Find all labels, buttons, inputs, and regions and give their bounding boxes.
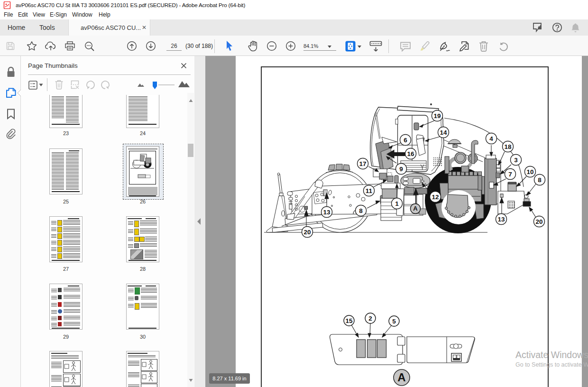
svg-text:18: 18 (504, 143, 512, 150)
svg-text:3: 3 (514, 157, 518, 164)
svg-text:8: 8 (538, 176, 542, 184)
svg-text:14: 14 (440, 129, 447, 136)
svg-text:13: 13 (323, 209, 331, 216)
svg-text:8: 8 (359, 207, 363, 214)
svg-text:A: A (413, 205, 418, 212)
svg-text:6: 6 (404, 137, 407, 144)
svg-text:20: 20 (535, 218, 542, 225)
svg-text:5: 5 (392, 318, 396, 325)
svg-text:4: 4 (489, 135, 493, 142)
svg-text:7: 7 (508, 171, 512, 178)
svg-text:15: 15 (345, 317, 353, 324)
svg-text:2: 2 (368, 315, 372, 322)
svg-text:10: 10 (526, 168, 533, 175)
svg-text:9: 9 (399, 166, 403, 173)
svg-text:13: 13 (497, 216, 505, 223)
svg-text:16: 16 (407, 150, 414, 157)
svg-text:1: 1 (395, 200, 399, 207)
svg-text:17: 17 (359, 160, 366, 167)
svg-text:A: A (397, 371, 405, 384)
svg-text:12: 12 (432, 194, 439, 201)
svg-text:20: 20 (303, 229, 311, 236)
svg-text:19: 19 (433, 112, 441, 120)
svg-text:11: 11 (366, 187, 373, 194)
